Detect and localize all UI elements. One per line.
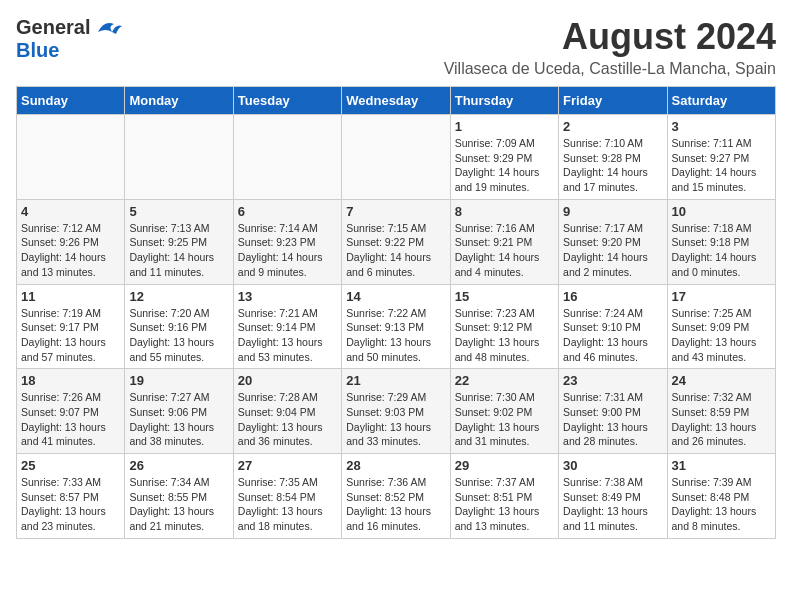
day-number: 14 xyxy=(346,289,445,304)
day-number: 23 xyxy=(563,373,662,388)
day-number: 8 xyxy=(455,204,554,219)
day-info: Sunrise: 7:27 AMSunset: 9:06 PMDaylight:… xyxy=(129,390,228,449)
day-number: 11 xyxy=(21,289,120,304)
day-info: Sunrise: 7:38 AMSunset: 8:49 PMDaylight:… xyxy=(563,475,662,534)
calendar-day-cell: 22Sunrise: 7:30 AMSunset: 9:02 PMDayligh… xyxy=(450,369,558,454)
calendar-day-cell xyxy=(233,115,341,200)
day-number: 18 xyxy=(21,373,120,388)
calendar-day-cell: 27Sunrise: 7:35 AMSunset: 8:54 PMDayligh… xyxy=(233,454,341,539)
day-info: Sunrise: 7:15 AMSunset: 9:22 PMDaylight:… xyxy=(346,221,445,280)
calendar-day-cell: 31Sunrise: 7:39 AMSunset: 8:48 PMDayligh… xyxy=(667,454,775,539)
day-info: Sunrise: 7:16 AMSunset: 9:21 PMDaylight:… xyxy=(455,221,554,280)
day-info: Sunrise: 7:11 AMSunset: 9:27 PMDaylight:… xyxy=(672,136,771,195)
location-title: Villaseca de Uceda, Castille-La Mancha, … xyxy=(444,60,776,78)
day-info: Sunrise: 7:18 AMSunset: 9:18 PMDaylight:… xyxy=(672,221,771,280)
day-number: 2 xyxy=(563,119,662,134)
calendar-day-cell: 25Sunrise: 7:33 AMSunset: 8:57 PMDayligh… xyxy=(17,454,125,539)
day-number: 20 xyxy=(238,373,337,388)
day-number: 9 xyxy=(563,204,662,219)
calendar-day-header: Wednesday xyxy=(342,87,450,115)
day-number: 17 xyxy=(672,289,771,304)
day-info: Sunrise: 7:39 AMSunset: 8:48 PMDaylight:… xyxy=(672,475,771,534)
calendar-day-cell: 9Sunrise: 7:17 AMSunset: 9:20 PMDaylight… xyxy=(559,199,667,284)
day-number: 19 xyxy=(129,373,228,388)
day-number: 25 xyxy=(21,458,120,473)
calendar-day-cell: 7Sunrise: 7:15 AMSunset: 9:22 PMDaylight… xyxy=(342,199,450,284)
calendar-day-cell: 21Sunrise: 7:29 AMSunset: 9:03 PMDayligh… xyxy=(342,369,450,454)
day-info: Sunrise: 7:37 AMSunset: 8:51 PMDaylight:… xyxy=(455,475,554,534)
day-info: Sunrise: 7:24 AMSunset: 9:10 PMDaylight:… xyxy=(563,306,662,365)
day-info: Sunrise: 7:21 AMSunset: 9:14 PMDaylight:… xyxy=(238,306,337,365)
logo-general-text: General xyxy=(16,16,90,39)
day-number: 10 xyxy=(672,204,771,219)
calendar-day-header: Saturday xyxy=(667,87,775,115)
calendar-day-cell: 8Sunrise: 7:16 AMSunset: 9:21 PMDaylight… xyxy=(450,199,558,284)
day-number: 6 xyxy=(238,204,337,219)
day-info: Sunrise: 7:13 AMSunset: 9:25 PMDaylight:… xyxy=(129,221,228,280)
day-info: Sunrise: 7:22 AMSunset: 9:13 PMDaylight:… xyxy=(346,306,445,365)
day-info: Sunrise: 7:12 AMSunset: 9:26 PMDaylight:… xyxy=(21,221,120,280)
month-title: August 2024 xyxy=(444,16,776,58)
day-number: 27 xyxy=(238,458,337,473)
calendar-day-cell: 12Sunrise: 7:20 AMSunset: 9:16 PMDayligh… xyxy=(125,284,233,369)
day-number: 22 xyxy=(455,373,554,388)
calendar-day-cell: 14Sunrise: 7:22 AMSunset: 9:13 PMDayligh… xyxy=(342,284,450,369)
day-info: Sunrise: 7:36 AMSunset: 8:52 PMDaylight:… xyxy=(346,475,445,534)
day-info: Sunrise: 7:29 AMSunset: 9:03 PMDaylight:… xyxy=(346,390,445,449)
calendar-table: SundayMondayTuesdayWednesdayThursdayFrid… xyxy=(16,86,776,539)
day-number: 31 xyxy=(672,458,771,473)
calendar-day-header: Tuesday xyxy=(233,87,341,115)
day-info: Sunrise: 7:23 AMSunset: 9:12 PMDaylight:… xyxy=(455,306,554,365)
calendar-day-header: Friday xyxy=(559,87,667,115)
day-info: Sunrise: 7:17 AMSunset: 9:20 PMDaylight:… xyxy=(563,221,662,280)
day-number: 16 xyxy=(563,289,662,304)
day-number: 7 xyxy=(346,204,445,219)
logo-bird-icon xyxy=(94,18,122,38)
day-number: 15 xyxy=(455,289,554,304)
calendar-day-header: Sunday xyxy=(17,87,125,115)
logo: General Blue xyxy=(16,16,122,62)
calendar-day-cell xyxy=(17,115,125,200)
calendar-day-cell: 16Sunrise: 7:24 AMSunset: 9:10 PMDayligh… xyxy=(559,284,667,369)
calendar-day-cell: 2Sunrise: 7:10 AMSunset: 9:28 PMDaylight… xyxy=(559,115,667,200)
day-info: Sunrise: 7:32 AMSunset: 8:59 PMDaylight:… xyxy=(672,390,771,449)
calendar-day-cell: 28Sunrise: 7:36 AMSunset: 8:52 PMDayligh… xyxy=(342,454,450,539)
day-number: 24 xyxy=(672,373,771,388)
day-number: 3 xyxy=(672,119,771,134)
day-info: Sunrise: 7:28 AMSunset: 9:04 PMDaylight:… xyxy=(238,390,337,449)
calendar-day-cell: 18Sunrise: 7:26 AMSunset: 9:07 PMDayligh… xyxy=(17,369,125,454)
day-info: Sunrise: 7:10 AMSunset: 9:28 PMDaylight:… xyxy=(563,136,662,195)
calendar-day-cell: 11Sunrise: 7:19 AMSunset: 9:17 PMDayligh… xyxy=(17,284,125,369)
day-number: 5 xyxy=(129,204,228,219)
calendar-day-cell: 19Sunrise: 7:27 AMSunset: 9:06 PMDayligh… xyxy=(125,369,233,454)
day-info: Sunrise: 7:30 AMSunset: 9:02 PMDaylight:… xyxy=(455,390,554,449)
day-number: 12 xyxy=(129,289,228,304)
calendar-week-row: 18Sunrise: 7:26 AMSunset: 9:07 PMDayligh… xyxy=(17,369,776,454)
day-info: Sunrise: 7:19 AMSunset: 9:17 PMDaylight:… xyxy=(21,306,120,365)
calendar-day-cell xyxy=(125,115,233,200)
day-info: Sunrise: 7:26 AMSunset: 9:07 PMDaylight:… xyxy=(21,390,120,449)
day-number: 28 xyxy=(346,458,445,473)
calendar-day-cell: 3Sunrise: 7:11 AMSunset: 9:27 PMDaylight… xyxy=(667,115,775,200)
calendar-day-cell: 6Sunrise: 7:14 AMSunset: 9:23 PMDaylight… xyxy=(233,199,341,284)
day-number: 29 xyxy=(455,458,554,473)
calendar-day-cell: 13Sunrise: 7:21 AMSunset: 9:14 PMDayligh… xyxy=(233,284,341,369)
calendar-day-header: Thursday xyxy=(450,87,558,115)
day-info: Sunrise: 7:25 AMSunset: 9:09 PMDaylight:… xyxy=(672,306,771,365)
day-number: 4 xyxy=(21,204,120,219)
day-info: Sunrise: 7:31 AMSunset: 9:00 PMDaylight:… xyxy=(563,390,662,449)
calendar-day-cell: 17Sunrise: 7:25 AMSunset: 9:09 PMDayligh… xyxy=(667,284,775,369)
day-number: 1 xyxy=(455,119,554,134)
calendar-day-cell: 26Sunrise: 7:34 AMSunset: 8:55 PMDayligh… xyxy=(125,454,233,539)
calendar-day-cell: 15Sunrise: 7:23 AMSunset: 9:12 PMDayligh… xyxy=(450,284,558,369)
day-info: Sunrise: 7:14 AMSunset: 9:23 PMDaylight:… xyxy=(238,221,337,280)
calendar-day-cell: 29Sunrise: 7:37 AMSunset: 8:51 PMDayligh… xyxy=(450,454,558,539)
calendar-week-row: 25Sunrise: 7:33 AMSunset: 8:57 PMDayligh… xyxy=(17,454,776,539)
day-info: Sunrise: 7:20 AMSunset: 9:16 PMDaylight:… xyxy=(129,306,228,365)
day-info: Sunrise: 7:33 AMSunset: 8:57 PMDaylight:… xyxy=(21,475,120,534)
calendar-week-row: 4Sunrise: 7:12 AMSunset: 9:26 PMDaylight… xyxy=(17,199,776,284)
day-number: 26 xyxy=(129,458,228,473)
calendar-week-row: 11Sunrise: 7:19 AMSunset: 9:17 PMDayligh… xyxy=(17,284,776,369)
day-info: Sunrise: 7:09 AMSunset: 9:29 PMDaylight:… xyxy=(455,136,554,195)
calendar-day-cell: 10Sunrise: 7:18 AMSunset: 9:18 PMDayligh… xyxy=(667,199,775,284)
